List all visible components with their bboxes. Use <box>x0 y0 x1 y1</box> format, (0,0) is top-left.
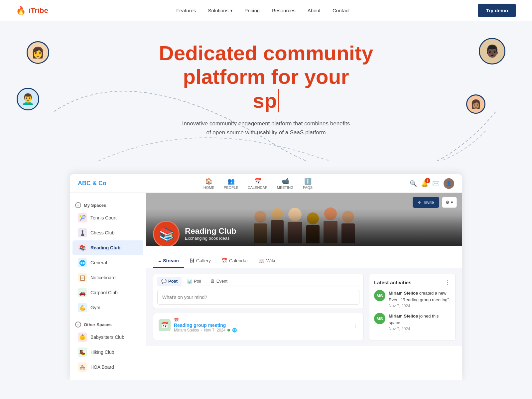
hoa-board-icon: 🏘️ <box>78 362 87 372</box>
post-tabs: 💬 Post 📊 Poll 🗓 Event <box>153 274 364 286</box>
nav-features[interactable]: Features <box>176 8 196 13</box>
sidebar-item-babysitters-club[interactable]: 👶 Babysitters Club <box>72 330 143 344</box>
demo-nav-faqs[interactable]: ℹ️ FAQS <box>303 178 313 190</box>
demo-nav-people[interactable]: 👥 PEOPLE <box>224 178 238 190</box>
post-input[interactable] <box>157 290 359 305</box>
invite-button[interactable]: ✈ Invite <box>413 197 439 208</box>
chat-icon: 💬 <box>161 279 167 284</box>
other-spaces-icon: ○ <box>75 322 81 328</box>
tab-gallery[interactable]: 🖼 Gallery <box>184 254 216 268</box>
content-tabs: ≡ Stream 🖼 Gallery 📅 Calendar 📖 Wiki <box>146 254 462 268</box>
sidebar-item-tennis-court[interactable]: 🎾 Tennis Court <box>72 210 143 225</box>
try-demo-button[interactable]: Try demo <box>478 4 516 17</box>
post-type-label: 📅 <box>174 318 349 323</box>
activity-item-2: MS Miriam Stelios joined this space. Nov… <box>374 313 451 331</box>
hero-subtitle: Innovative community engagement platform… <box>180 119 352 137</box>
stream-icon: ≡ <box>158 258 161 263</box>
gear-icon: ⚙ <box>446 200 450 205</box>
space-name: Reading Club <box>185 226 236 236</box>
home-icon: 🏠 <box>205 178 212 185</box>
wiki-icon: 📖 <box>259 258 264 263</box>
avatar-1: 👩 <box>27 41 49 64</box>
hiking-club-icon: 🥾 <box>78 347 87 357</box>
tab-stream[interactable]: ≡ Stream <box>153 254 184 268</box>
main-content: ✈ Invite ⚙ ▾ 📚 Reading Club Excha <box>146 193 462 380</box>
post-card-header: 📅 📅 Reading group meeting Miriam Stelios… <box>159 318 358 332</box>
post-card-title[interactable]: Reading group meeting <box>174 323 349 328</box>
post-tab-post[interactable]: 💬 Post <box>157 277 182 286</box>
activity-text-2: Miriam Stelios joined this space. <box>389 313 451 326</box>
carpool-club-icon: 🚗 <box>78 288 87 297</box>
sidebar-item-hoa-board[interactable]: 🏘️ HOA Board <box>72 360 143 374</box>
sidebar-item-reading-club[interactable]: 📚 Reading Club <box>72 240 143 255</box>
mail-button[interactable]: ✉️ <box>432 180 440 187</box>
post-meta: 📅 Reading group meeting Miriam Stelios ·… <box>174 318 349 332</box>
post-card: 📅 📅 Reading group meeting Miriam Stelios… <box>153 313 364 340</box>
nav-solutions[interactable]: Solutions ▾ <box>208 8 233 13</box>
sidebar-item-hiking-club[interactable]: 🥾 Hiking Club <box>72 345 143 359</box>
content-body: 💬 Post 📊 Poll 🗓 Event <box>146 268 462 346</box>
my-spaces-icon: ○ <box>75 202 81 208</box>
sidebar-item-chess-club[interactable]: ♟️ Chess Club <box>72 225 143 240</box>
logo[interactable]: 🔥 iTribe <box>16 6 48 15</box>
user-avatar[interactable]: 👤 <box>444 178 454 189</box>
hero-title: Dedicated community platform for your sp <box>0 41 532 112</box>
demo-nav-items: 🏠 HOME 👥 PEOPLE 📅 CALENDAR 📹 MEETING ℹ️ … <box>203 178 313 190</box>
demo-nav-calendar[interactable]: 📅 CALENDAR <box>248 178 268 190</box>
nav-pricing[interactable]: Pricing <box>244 8 260 13</box>
nav-resources[interactable]: Resources <box>272 8 296 13</box>
noticeboard-icon: 📋 <box>78 273 87 282</box>
activity-avatar-1: MS <box>374 290 385 301</box>
sidebar-item-gym[interactable]: 💪 Gym <box>72 300 143 315</box>
demo-brand: ABC & Co <box>78 180 106 187</box>
people-icon: 👥 <box>227 178 235 185</box>
nav-about[interactable]: About <box>308 8 321 13</box>
post-box: 💬 Post 📊 Poll 🗓 Event <box>153 274 364 309</box>
demo-body: ○ My Spaces 🎾 Tennis Court ♟️ Chess Club… <box>70 193 462 380</box>
space-tagline: Exchanging book ideas <box>185 236 236 241</box>
tab-wiki[interactable]: 📖 Wiki <box>253 254 280 268</box>
post-more-button[interactable]: ⋮ <box>352 322 358 329</box>
other-spaces-label: ○ Other Spaces <box>70 319 146 330</box>
activity-date-2: Nov 7, 2024 <box>389 327 451 331</box>
online-status-dot <box>227 329 230 332</box>
space-title-block: Reading Club Exchanging book ideas <box>185 226 236 241</box>
banner-actions: ✈ Invite ⚙ ▾ <box>413 197 457 208</box>
post-tab-event[interactable]: 🗓 Event <box>206 277 231 286</box>
avatar-3: 👨🏿 <box>479 38 505 65</box>
babysitters-club-icon: 👶 <box>78 332 87 342</box>
space-logo: 📚 <box>153 221 180 246</box>
sidebar-item-carpool-club[interactable]: 🚗 Carpool Club <box>72 285 143 300</box>
gym-icon: 💪 <box>78 303 87 312</box>
activity-avatar-2: MS <box>374 313 385 324</box>
event-icon: 🗓 <box>210 279 215 284</box>
gallery-icon: 🖼 <box>190 258 194 263</box>
hero-section: 👩 👨‍🦱 👨🏿 👩🏽 Dedicated community platform… <box>0 21 532 161</box>
demo-nav-meeting[interactable]: 📹 MEETING <box>277 178 294 190</box>
activity-more-button[interactable]: ⋮ <box>445 279 451 286</box>
chevron-down-icon: ▾ <box>451 200 453 205</box>
post-tab-poll[interactable]: 📊 Poll <box>183 277 205 286</box>
demo-topbar: ABC & Co 🏠 HOME 👥 PEOPLE 📅 CALENDAR 📹 ME… <box>70 174 462 193</box>
sidebar-item-general[interactable]: 🌐 General <box>72 255 143 270</box>
send-icon: ✈ <box>418 200 422 205</box>
hero-typed-text: sp <box>253 89 279 112</box>
search-button[interactable]: 🔍 <box>410 180 417 187</box>
tennis-court-icon: 🎾 <box>78 213 87 222</box>
nav-contact[interactable]: Contact <box>332 8 350 13</box>
tab-calendar[interactable]: 📅 Calendar <box>216 254 253 268</box>
logo-icon: 🔥 <box>16 6 26 15</box>
avatar-2: 👨‍🦱 <box>17 88 39 110</box>
poll-icon: 📊 <box>187 279 192 284</box>
feed-column: 💬 Post 📊 Poll 🗓 Event <box>153 274 364 341</box>
chess-club-icon: ♟️ <box>78 228 87 237</box>
notification-button[interactable]: 🔔 5 <box>421 180 428 187</box>
demo-nav-home[interactable]: 🏠 HOME <box>203 178 214 190</box>
sidebar-item-noticeboard[interactable]: 📋 Noticeboard <box>72 270 143 285</box>
notification-badge: 5 <box>425 178 430 183</box>
logo-text: iTribe <box>29 6 48 15</box>
post-date: Miriam Stelios · Nov 7, 2024 🌐 <box>174 328 349 332</box>
space-settings-button[interactable]: ⚙ ▾ <box>442 197 457 208</box>
chevron-down-icon: ▾ <box>230 8 232 13</box>
activity-text-1: Miriam Stelios created a new Event "Read… <box>389 290 451 303</box>
